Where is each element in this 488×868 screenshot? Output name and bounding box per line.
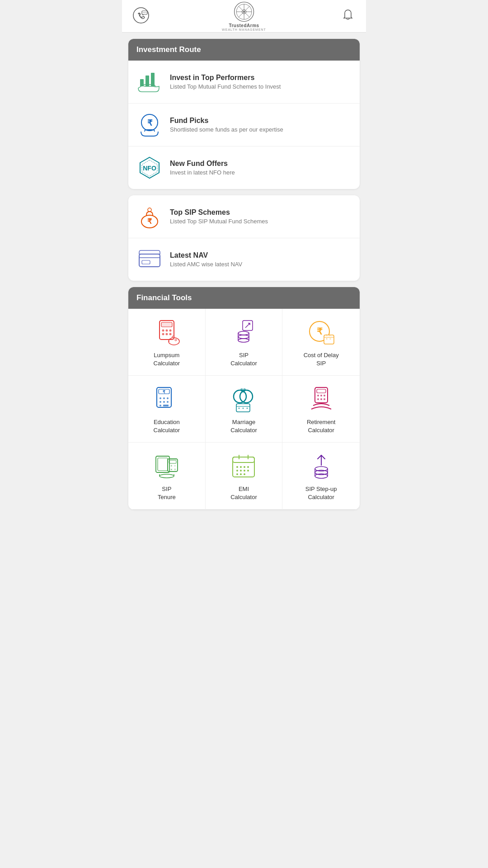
svg-point-0 (133, 8, 149, 23)
svg-rect-62 (163, 405, 169, 406)
retirement-calculator-cell[interactable]: RetirementCalculator (282, 376, 360, 443)
svg-point-72 (317, 395, 319, 396)
svg-rect-71 (317, 389, 326, 393)
top-performers-subtitle: Listed Top Mutual Fund Schemes to Invest (170, 83, 352, 90)
latest-nav-item[interactable]: Latest NAV Listed AMC wise latest NAV (128, 238, 360, 281)
svg-rect-90 (233, 457, 254, 462)
sip-calculator-label: SIPCalculator (230, 351, 257, 367)
svg-point-28 (162, 330, 164, 332)
fund-picks-icon: ₹ (136, 112, 163, 138)
svg-point-2 (143, 12, 144, 13)
svg-point-74 (324, 395, 325, 396)
marriage-icon (229, 385, 258, 414)
sip-stepup-cell[interactable]: SIP Step-upCalculator (282, 443, 360, 509)
svg-point-4 (145, 12, 146, 13)
svg-point-40 (238, 331, 249, 335)
svg-point-32 (165, 333, 168, 335)
nfo-title: New Fund Offers (170, 160, 352, 168)
svg-point-20 (148, 208, 151, 212)
svg-text:+: + (326, 334, 328, 337)
svg-point-91 (236, 466, 238, 468)
svg-rect-13 (140, 79, 144, 86)
top-sip-title: Top SIP Schemes (170, 208, 352, 217)
sip-stepup-label: SIP Step-upCalculator (305, 485, 337, 501)
investment-route-card: Investment Route Invest in Top Performer… (128, 39, 360, 189)
svg-point-59 (163, 401, 165, 403)
tools-grid: LumpsumCalculator (128, 309, 360, 509)
svg-rect-79 (158, 458, 168, 471)
svg-point-69 (247, 408, 248, 409)
sip-calculator-icon (229, 318, 258, 347)
svg-point-33 (169, 333, 171, 335)
svg-point-93 (244, 466, 245, 468)
marriage-calculator-cell[interactable]: MarriageCalculator (206, 376, 283, 443)
svg-point-98 (247, 470, 249, 472)
svg-point-31 (162, 333, 164, 335)
svg-point-96 (240, 470, 242, 472)
investment-more-card: ₹ Top SIP Schemes Listed Top SIP Mutual … (128, 195, 360, 281)
svg-rect-26 (161, 322, 172, 327)
latest-nav-icon (136, 246, 163, 273)
cost-of-delay-cell[interactable]: ₹ + - × = Cost of DelaySIP (282, 309, 360, 376)
svg-text:₹: ₹ (147, 118, 153, 127)
svg-point-99 (236, 473, 238, 475)
nfo-subtitle: Invest in latest NFO here (170, 169, 352, 176)
svg-text:NFO: NFO (143, 165, 156, 172)
svg-point-37 (238, 335, 249, 339)
nfo-item[interactable]: NFO New Fund Offers Invest in latest NFO… (128, 146, 360, 189)
nfo-icon: NFO (136, 155, 163, 181)
svg-point-97 (244, 470, 245, 472)
svg-point-30 (169, 330, 171, 332)
svg-point-56 (163, 397, 165, 399)
lumpsum-calculator-cell[interactable]: LumpsumCalculator (128, 309, 206, 376)
sip-calculator-cell[interactable]: SIPCalculator (206, 309, 283, 376)
top-performers-item[interactable]: Invest in Top Performers Listed Top Mutu… (128, 61, 360, 104)
investment-route-title: Investment Route (136, 45, 201, 54)
fund-picks-item[interactable]: ₹ Fund Picks Shortlisted some funds as p… (128, 104, 360, 146)
svg-point-100 (240, 473, 242, 475)
top-sip-text: Top SIP Schemes Listed Top SIP Mutual Fu… (170, 208, 352, 225)
financial-tools-title: Financial Tools (136, 293, 192, 302)
top-performers-text: Invest in Top Performers Listed Top Mutu… (170, 74, 352, 90)
svg-point-75 (317, 398, 319, 400)
notification-button[interactable] (339, 6, 357, 26)
svg-point-76 (320, 398, 322, 400)
cost-of-delay-label: Cost of DelaySIP (304, 351, 339, 367)
svg-point-77 (324, 398, 325, 400)
retirement-icon (307, 385, 336, 414)
fund-picks-title: Fund Picks (170, 117, 352, 125)
svg-point-67 (239, 408, 240, 409)
nfo-text: New Fund Offers Invest in latest NFO her… (170, 160, 352, 176)
svg-point-29 (165, 330, 168, 332)
svg-point-36 (238, 339, 249, 342)
latest-nav-text: Latest NAV Listed AMC wise latest NAV (170, 251, 352, 268)
top-sip-item[interactable]: ₹ Top SIP Schemes Listed Top SIP Mutual … (128, 195, 360, 238)
retirement-calculator-label: RetirementCalculator (307, 418, 336, 434)
education-icon: ₹ (152, 385, 181, 414)
svg-point-55 (160, 397, 161, 399)
emi-calculator-cell[interactable]: EMICalculator (206, 443, 283, 509)
top-sip-subtitle: Listed Top SIP Mutual Fund Schemes (170, 218, 352, 225)
svg-point-12 (243, 11, 244, 12)
svg-point-35 (175, 339, 177, 341)
svg-point-58 (160, 401, 161, 403)
svg-point-3 (144, 12, 145, 13)
svg-rect-81 (169, 460, 176, 463)
emi-icon (229, 452, 258, 481)
svg-point-60 (167, 401, 169, 403)
logo-name: TrustedArms (229, 23, 259, 28)
lumpsum-icon (152, 318, 181, 347)
svg-point-94 (247, 466, 249, 468)
sip-stepup-icon (307, 452, 336, 481)
top-performers-icon (136, 69, 163, 95)
sip-tenure-cell[interactable]: + − × = SIPTenure (128, 443, 206, 509)
education-calculator-cell[interactable]: ₹ EducationCalculator (128, 376, 206, 443)
app-header: TrustedArms WEALTH MANAGEMENT (122, 0, 366, 33)
svg-point-61 (160, 405, 161, 406)
chat-button[interactable] (131, 5, 151, 27)
financial-tools-card: Financial Tools (128, 287, 360, 509)
svg-text:₹: ₹ (147, 217, 152, 225)
marriage-calculator-label: MarriageCalculator (230, 418, 257, 434)
financial-tools-header: Financial Tools (128, 287, 360, 309)
svg-text:×: × (326, 337, 328, 340)
